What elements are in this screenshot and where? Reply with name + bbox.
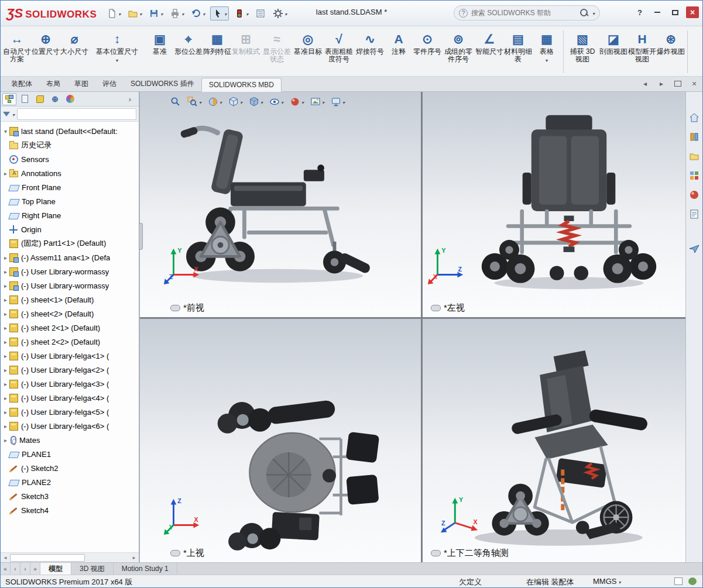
ribbon-button-bill-of-materials[interactable]: ▤材料明细表 xyxy=(504,28,532,75)
expand-arrow-icon[interactable] xyxy=(2,338,9,346)
tree-item-plane2[interactable]: PLANE2 xyxy=(2,475,139,489)
tree-item-felga-4[interactable]: (-) User Library-felga<4> ( xyxy=(2,391,139,405)
expand-arrow-icon[interactable] xyxy=(2,366,9,374)
view-settings-button[interactable] xyxy=(331,97,345,107)
tree-item-felga-2[interactable]: (-) User Library-felga<2> ( xyxy=(2,363,139,377)
zoom-fit-button[interactable] xyxy=(170,97,181,107)
last-tab-icon[interactable]: » xyxy=(30,563,40,575)
tree-item-felga-3[interactable]: (-) User Library-felga<3> ( xyxy=(2,377,139,391)
ribbon-button-weld-symbol[interactable]: ∿焊接符号 xyxy=(356,28,384,75)
filter-input[interactable] xyxy=(17,108,136,120)
filter-funnel-icon[interactable] xyxy=(3,112,10,116)
tab-solidworks-addins[interactable]: SOLIDWORKS 插件 xyxy=(124,77,201,91)
ribbon-button-datum[interactable]: ▣基准 xyxy=(146,28,174,75)
ribbon-button-basic-location-dimension[interactable]: ↕基本位置尺寸 xyxy=(89,28,145,75)
tree-item-sketch2[interactable]: (-) Sketch2 xyxy=(2,461,139,475)
ribbon-button-stacked-balloon[interactable]: ⊚成组的零件序号 xyxy=(442,28,475,75)
expand-arrow-icon[interactable] xyxy=(2,436,9,444)
next-pane-icon[interactable] xyxy=(657,79,666,88)
expand-arrow-icon[interactable] xyxy=(2,394,9,402)
ribbon-button-model-break-view[interactable]: H模型断开视图 xyxy=(628,28,656,75)
ribbon-button-note[interactable]: A注释 xyxy=(385,28,413,75)
tab-solidworks-mbd[interactable]: SOLIDWORKS MBD xyxy=(201,78,282,92)
expand-arrow-icon[interactable] xyxy=(2,324,9,332)
close-pane-icon[interactable] xyxy=(690,79,699,88)
scroll-right-icon[interactable]: ▸ xyxy=(129,555,139,561)
propertymanager-tab[interactable] xyxy=(18,93,32,105)
tag-editor-icon[interactable] xyxy=(674,577,683,585)
tree-item-sheet2-2[interactable]: (-) sheet 2<2> (Default) xyxy=(2,335,139,349)
tree-horizontal-scrollbar[interactable]: ◂ ▸ xyxy=(1,552,139,562)
expand-arrow-icon[interactable] xyxy=(2,380,9,388)
tree-item-felga-5[interactable]: (-) User Library-felga<5> ( xyxy=(2,405,139,419)
displaymanager-tab[interactable] xyxy=(63,93,77,105)
viewport-left-view[interactable]: Y Z X *左视 xyxy=(423,92,685,317)
previous-pane-icon[interactable] xyxy=(640,79,650,88)
tab-motion-study-1[interactable]: Motion Study 1 xyxy=(114,563,177,575)
help-button[interactable]: ? xyxy=(633,6,646,18)
apply-scene-button[interactable] xyxy=(310,97,324,107)
ribbon-button-balloon[interactable]: ⊙零件序号 xyxy=(413,28,441,75)
custom-properties-tab[interactable] xyxy=(687,207,701,221)
hide-show-button[interactable] xyxy=(269,97,283,107)
expand-arrow-icon[interactable] xyxy=(2,281,9,290)
expand-arrow-icon[interactable] xyxy=(2,408,9,416)
tree-item-felga-6[interactable]: (-) User Library-felga<6> ( xyxy=(2,419,139,433)
panel-splitter-handle[interactable] xyxy=(139,223,143,250)
ribbon-button-smart-dimension[interactable]: ∠智能尺寸 xyxy=(475,28,503,75)
ribbon-button-auto-dimension-scheme[interactable]: ↔自动尺寸方案 xyxy=(3,28,31,75)
view-palette-tab[interactable] xyxy=(687,169,701,183)
tab-evaluate[interactable]: 评估 xyxy=(95,77,124,91)
ribbon-button-tables[interactable]: ▦表格 xyxy=(533,28,561,75)
tree-item-mates[interactable]: Mates xyxy=(2,433,139,447)
ribbon-button-location-dimension[interactable]: ⊕位置尺寸 xyxy=(32,28,60,75)
ribbon-button-section-view[interactable]: ◪剖面视图 xyxy=(599,28,627,75)
search-input[interactable] xyxy=(471,9,576,17)
tree-item-plane1[interactable]: PLANE1 xyxy=(2,447,139,461)
expand-arrow-icon[interactable] xyxy=(2,310,9,318)
open-button[interactable] xyxy=(126,7,143,20)
viewport-isometric-view[interactable]: Y X Z *上下二等角轴测 xyxy=(423,319,685,562)
print-button[interactable] xyxy=(168,7,186,20)
appearances-tab[interactable] xyxy=(687,188,701,202)
next-tab-icon[interactable]: › xyxy=(20,563,30,575)
undock-pane-button[interactable] xyxy=(673,79,683,88)
tree-item-part1[interactable]: (固定) Part1<1> (Default) xyxy=(2,236,139,250)
display-style-button[interactable] xyxy=(249,97,263,107)
design-library-tab[interactable] xyxy=(687,130,701,144)
new-document-button[interactable] xyxy=(105,7,122,20)
file-properties-button[interactable] xyxy=(253,7,268,20)
ribbon-button-surface-finish[interactable]: √表面粗糙度符号 xyxy=(323,28,355,75)
viewport-front-view[interactable]: Y X Z *前视 xyxy=(140,92,421,317)
tree-item-top-plane[interactable]: Top Plane xyxy=(2,194,139,208)
tree-item-annotations[interactable]: Annotations xyxy=(2,166,139,180)
expand-arrow-icon[interactable] xyxy=(2,295,9,304)
search-icon[interactable] xyxy=(579,8,589,18)
save-button[interactable] xyxy=(147,7,164,20)
file-explorer-tab[interactable] xyxy=(687,149,701,163)
quick-tips-icon[interactable] xyxy=(688,577,697,585)
tree-item-sketch4[interactable]: Sketch4 xyxy=(2,503,139,517)
ribbon-button-size-dimension[interactable]: ⌀大小尺寸 xyxy=(60,28,88,75)
tree-item-assem11[interactable]: (-) Assem11 ana<1> (Defa xyxy=(2,250,139,264)
zoom-area-button[interactable] xyxy=(187,97,201,107)
tab-sketch[interactable]: 草图 xyxy=(67,77,95,91)
ribbon-button-datum-target[interactable]: ◎基准目标 xyxy=(294,28,322,75)
collapse-arrow-icon[interactable] xyxy=(2,127,9,135)
tree-item-felga-1[interactable]: (-) User Library-felga<1> ( xyxy=(2,349,139,363)
tree-item-origin[interactable]: Origin xyxy=(2,222,139,236)
ribbon-button-pattern-feature[interactable]: ▦阵列特征 xyxy=(203,28,231,75)
search-dropdown-icon[interactable] xyxy=(592,9,595,17)
tree-item-sheet-2[interactable]: (-) sheet<2> (Default) xyxy=(2,307,139,321)
tree-item-wormassy-1[interactable]: (-) User Library-wormassy xyxy=(2,264,139,278)
expand-arrow-icon[interactable] xyxy=(2,169,9,177)
close-button[interactable] xyxy=(686,6,699,18)
undo-button[interactable] xyxy=(189,7,207,20)
tab-model[interactable]: 模型 xyxy=(40,563,71,575)
tree-item-sheet2-1[interactable]: (-) sheet 2<1> (Default) xyxy=(2,321,139,335)
tree-item-sketch3[interactable]: Sketch3 xyxy=(2,489,139,503)
section-view-button[interactable] xyxy=(208,97,222,107)
expand-arrow-icon[interactable] xyxy=(2,352,9,360)
configurationmanager-tab[interactable] xyxy=(33,93,47,105)
tab-assembly[interactable]: 装配体 xyxy=(4,77,39,91)
